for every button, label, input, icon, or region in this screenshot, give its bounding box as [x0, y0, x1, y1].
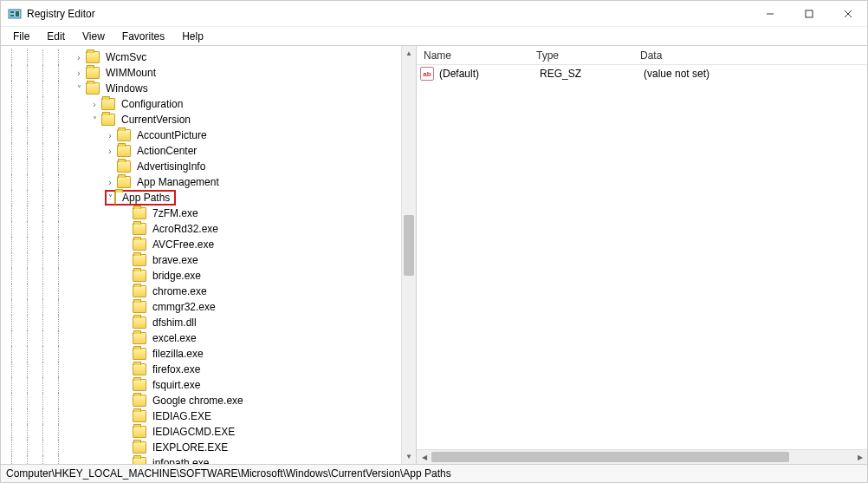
- tree-item[interactable]: ·infopath.exe: [1, 455, 416, 464]
- tree-item-label: chrome.exe: [150, 284, 210, 298]
- tree-item-label: ActionCenter: [134, 144, 199, 158]
- tree-item[interactable]: ·filezilla.exe: [1, 346, 416, 362]
- folder-icon: [117, 129, 131, 141]
- expand-icon[interactable]: ›: [105, 147, 115, 156]
- folder-icon: [133, 223, 146, 235]
- tree-item-label: IEDIAG.EXE: [150, 409, 214, 423]
- tree-item[interactable]: ›WcmSvc: [1, 49, 416, 65]
- folder-icon: [133, 301, 146, 313]
- close-button[interactable]: [828, 1, 867, 26]
- scroll-left-button[interactable]: ◀: [417, 450, 431, 464]
- scroll-up-button[interactable]: ▲: [402, 46, 416, 61]
- expand-icon[interactable]: ›: [105, 178, 115, 187]
- folder-icon: [133, 238, 146, 251]
- menu-edit[interactable]: Edit: [40, 29, 72, 44]
- tree-item-label: firefox.exe: [150, 362, 203, 376]
- tree-item[interactable]: ·bridge.exe: [1, 268, 416, 284]
- list-row[interactable]: ab(Default)REG_SZ(value not set): [417, 65, 867, 82]
- list-header: Name Type Data: [417, 46, 867, 65]
- tree-item[interactable]: ·AVCFree.exe: [1, 237, 416, 252]
- tree-item[interactable]: ·AcroRd32.exe: [1, 221, 416, 237]
- expand-icon[interactable]: ›: [74, 69, 84, 78]
- column-name[interactable]: Name: [417, 47, 529, 64]
- tree-vertical-scrollbar[interactable]: ▲ ▼: [401, 46, 416, 464]
- tree-item[interactable]: ·7zFM.exe: [1, 206, 416, 221]
- folder-icon: [114, 191, 116, 205]
- tree-item[interactable]: ·firefox.exe: [1, 362, 416, 377]
- tree-item-label: Configuration: [119, 97, 185, 111]
- value-type: REG_SZ: [533, 65, 637, 82]
- tree-item[interactable]: ›App Management: [1, 174, 416, 190]
- maximize-button[interactable]: [789, 1, 828, 26]
- column-data[interactable]: Data: [633, 47, 867, 64]
- tree-item[interactable]: ˅CurrentVersion: [1, 112, 416, 127]
- expand-icon[interactable]: ›: [105, 131, 115, 140]
- statusbar: Computer\HKEY_LOCAL_MACHINE\SOFTWARE\Mic…: [1, 465, 867, 482]
- tree-item-label: IEXPLORE.EXE: [150, 441, 230, 454]
- hscroll-track[interactable]: [431, 450, 852, 464]
- list-body[interactable]: ab(Default)REG_SZ(value not set): [417, 65, 867, 82]
- folder-icon: [133, 332, 146, 344]
- minimize-button[interactable]: [750, 1, 789, 26]
- scroll-down-button[interactable]: ▼: [402, 449, 416, 464]
- window-controls: [750, 1, 867, 26]
- tree-item-label: WcmSvc: [103, 50, 149, 64]
- tree-item-label: cmmgr32.exe: [150, 300, 218, 314]
- tree-item[interactable]: ·chrome.exe: [1, 284, 416, 299]
- tree-item-label: AcroRd32.exe: [150, 222, 221, 236]
- folder-icon: [117, 145, 131, 157]
- folder-icon: [133, 285, 146, 297]
- tree-item-label: filezilla.exe: [150, 347, 206, 361]
- folder-icon: [133, 441, 146, 454]
- scroll-right-button[interactable]: ▶: [852, 450, 867, 464]
- regedit-icon: [8, 7, 22, 21]
- tree-item[interactable]: ·dfshim.dll: [1, 315, 416, 330]
- tree-item[interactable]: ›WIMMount: [1, 65, 416, 81]
- menu-file[interactable]: File: [6, 29, 36, 44]
- tree-item-label: WIMMount: [103, 66, 159, 80]
- tree-item[interactable]: ›ActionCenter: [1, 143, 416, 159]
- tree-item[interactable]: ·excel.exe: [1, 330, 416, 346]
- tree-item[interactable]: ›AccountPicture: [1, 127, 416, 143]
- tree-item[interactable]: ·IEXPLORE.EXE: [1, 440, 416, 455]
- tree-item[interactable]: ·AdvertisingInfo: [1, 159, 416, 174]
- window-title: Registry Editor: [27, 8, 95, 20]
- folder-icon: [86, 67, 100, 79]
- tree-item-label: excel.exe: [150, 331, 199, 345]
- collapse-icon[interactable]: ˅: [89, 115, 100, 125]
- folder-icon: [101, 114, 115, 126]
- tree-item[interactable]: ·cmmgr32.exe: [1, 299, 416, 315]
- tree-item[interactable]: ·IEDIAGCMD.EXE: [1, 424, 416, 440]
- list-pane: Name Type Data ab(Default)REG_SZ(value n…: [417, 46, 867, 464]
- menu-favorites[interactable]: Favorites: [115, 29, 172, 44]
- tree-item[interactable]: ˅Windows: [1, 81, 416, 96]
- collapse-icon[interactable]: ˅: [74, 84, 84, 94]
- tree-item[interactable]: ›Configuration: [1, 96, 416, 112]
- folder-icon: [86, 51, 100, 63]
- svg-rect-3: [16, 11, 19, 16]
- tree-item[interactable]: ·fsquirt.exe: [1, 377, 416, 393]
- tree-view[interactable]: ›WcmSvc›WIMMount˅Windows›Configuration˅C…: [1, 46, 416, 464]
- menu-help[interactable]: Help: [175, 29, 211, 44]
- expand-icon[interactable]: ›: [74, 53, 84, 62]
- list-horizontal-scrollbar[interactable]: ◀ ▶: [417, 449, 867, 464]
- scroll-thumb[interactable]: [404, 215, 414, 276]
- folder-icon: [133, 348, 146, 360]
- tree-item[interactable]: ·Google chrome.exe: [1, 393, 416, 408]
- tree-item[interactable]: ·IEDIAG.EXE: [1, 408, 416, 424]
- tree-item-label: bridge.exe: [150, 269, 204, 283]
- collapse-icon[interactable]: ˅: [108, 193, 113, 203]
- tree-item[interactable]: ˅App Paths: [1, 190, 416, 206]
- hscroll-thumb[interactable]: [431, 452, 789, 462]
- svg-rect-1: [10, 11, 14, 13]
- expand-icon[interactable]: ›: [89, 100, 100, 109]
- column-type[interactable]: Type: [529, 47, 633, 64]
- folder-icon: [133, 426, 146, 438]
- menu-view[interactable]: View: [75, 29, 112, 44]
- folder-icon: [133, 254, 146, 266]
- svg-rect-2: [10, 15, 14, 16]
- tree-item[interactable]: ·brave.exe: [1, 252, 416, 268]
- menubar: FileEditViewFavoritesHelp: [1, 27, 867, 46]
- tree-item-label: AccountPicture: [134, 128, 210, 142]
- tree-item-label: App Management: [134, 175, 222, 189]
